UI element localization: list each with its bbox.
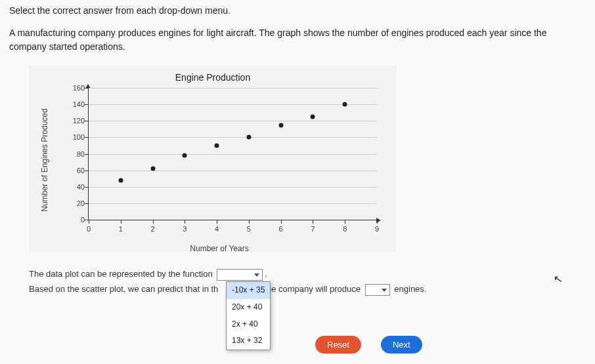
chart-card: Engine Production Number of Engines Prod…: [29, 66, 397, 252]
gridline: [89, 104, 377, 105]
instruction-text: Select the correct answer from each drop…: [9, 5, 586, 16]
y-tick-label: 80: [68, 150, 85, 158]
dropdown-option[interactable]: 2x + 40: [227, 316, 270, 333]
reset-button[interactable]: Reset: [315, 336, 361, 354]
gridline: [89, 137, 377, 138]
data-point: [278, 123, 283, 127]
y-tick: [85, 88, 89, 89]
gridline: [89, 171, 377, 171]
y-axis-label: Number of Engines Produced: [40, 108, 49, 211]
data-point: [311, 114, 315, 119]
data-point: [343, 102, 347, 107]
x-tick-label: 1: [119, 225, 123, 233]
chart-title: Engine Production: [42, 72, 384, 83]
function-dropdown[interactable]: [217, 269, 263, 281]
data-point: [183, 153, 187, 158]
y-tick: [85, 203, 89, 204]
x-tick-label: 3: [183, 225, 187, 233]
x-tick: [281, 220, 282, 224]
gridline: [89, 187, 377, 188]
x-tick: [313, 220, 313, 224]
sentence2-mid: the company will produce: [264, 284, 361, 294]
y-tick-label: 0: [68, 216, 85, 224]
sentence2-pre: Based on the scatter plot, we can predic…: [29, 284, 218, 294]
data-point: [118, 178, 123, 182]
x-tick-label: 8: [343, 225, 347, 233]
x-tick-label: 4: [215, 225, 219, 233]
x-tick: [377, 220, 378, 224]
button-row: Reset Next: [315, 336, 422, 354]
y-tick: [85, 171, 89, 171]
y-tick-label: 140: [68, 100, 85, 108]
y-tick-label: 160: [68, 84, 85, 92]
context-text: A manufacturing company produces engines…: [9, 26, 586, 54]
dropdown-option[interactable]: 13x + 32: [227, 333, 270, 350]
data-point: [246, 135, 251, 140]
function-dropdown-menu[interactable]: -10x + 3520x + 402x + 4013x + 32: [226, 281, 271, 350]
gridline: [89, 88, 377, 89]
data-point: [215, 143, 219, 148]
x-tick-label: 5: [247, 225, 251, 233]
y-tick: [85, 121, 89, 121]
x-axis-label: Number of Years: [190, 244, 248, 253]
data-point: [150, 167, 155, 171]
x-tick: [249, 220, 250, 224]
x-tick: [121, 220, 121, 224]
y-tick: [85, 154, 89, 155]
sentence2-post: engines.: [394, 284, 426, 294]
chart-area: Number of Engines Produced Number of Yea…: [62, 88, 377, 232]
x-tick: [185, 220, 185, 224]
x-tick-label: 6: [279, 225, 283, 233]
y-tick-label: 100: [68, 133, 85, 141]
x-tick-label: 7: [311, 225, 315, 233]
y-tick-label: 20: [68, 199, 85, 207]
x-tick-label: 2: [150, 225, 154, 233]
x-tick-label: 0: [87, 225, 91, 233]
gridline: [89, 154, 377, 155]
engines-dropdown[interactable]: [365, 284, 390, 296]
next-button[interactable]: Next: [381, 336, 422, 354]
y-tick-label: 60: [68, 167, 85, 174]
dropdown-option[interactable]: 20x + 40: [227, 299, 270, 316]
y-tick: [85, 187, 89, 188]
x-tick: [345, 220, 345, 224]
y-tick: [85, 104, 89, 105]
x-tick: [89, 220, 89, 224]
sentence1-pre: The data plot can be represented by the …: [29, 269, 213, 279]
answer-block: The data plot can be represented by the …: [29, 266, 586, 297]
x-tick-label: 9: [375, 225, 379, 233]
scatter-plot: 0204060801001201401600123456789: [88, 88, 377, 220]
y-tick: [85, 137, 89, 138]
x-tick: [153, 220, 154, 224]
gridline: [89, 203, 377, 204]
y-tick-label: 40: [68, 183, 85, 191]
gridline: [89, 121, 377, 121]
y-tick-label: 120: [68, 117, 85, 125]
dropdown-option[interactable]: -10x + 35: [227, 282, 270, 299]
x-tick: [217, 220, 217, 224]
